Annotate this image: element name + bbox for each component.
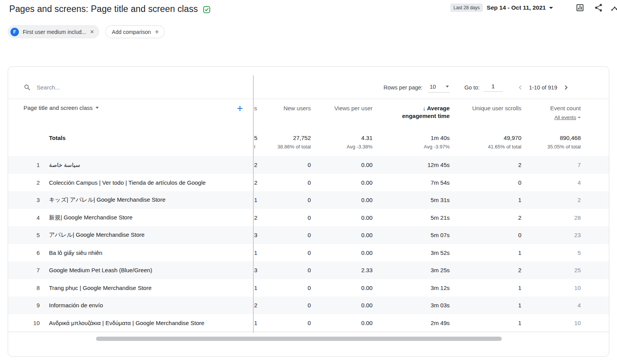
rows-per-page-select[interactable]: 10 bbox=[428, 83, 450, 93]
totals-users-partial: 5 l bbox=[253, 135, 261, 150]
scrolls-cell: 1 bbox=[450, 320, 521, 326]
engagement-time-cell: 3m 03s bbox=[373, 302, 450, 308]
totals-new-users: 27,752 38.86% of total bbox=[261, 135, 311, 150]
event-count-cell: 2 bbox=[521, 197, 581, 203]
event-count-cell: 28 bbox=[521, 214, 581, 221]
column-header-avg-engagement-time[interactable]: ↓ Average engagement time bbox=[373, 104, 450, 120]
event-count-cell: 7 bbox=[521, 162, 581, 168]
add-column-button[interactable]: + bbox=[237, 104, 243, 112]
views-per-user-cell: 0.00 bbox=[311, 214, 373, 221]
table-row: 2 Colección Campus | Ver todo | Tienda d… bbox=[8, 174, 609, 192]
event-filter-dropdown[interactable]: All events bbox=[521, 114, 581, 121]
search-input[interactable] bbox=[37, 84, 183, 91]
pagination-controls: Rows per page: 10 Go to: 1-10 of 919 bbox=[384, 83, 570, 93]
chevron-down-icon bbox=[96, 107, 99, 109]
engagement-time-cell: 3m 25s bbox=[373, 267, 450, 273]
event-count-cell: 4 bbox=[521, 302, 581, 308]
users-value-partial: 2 bbox=[253, 214, 261, 221]
ga4-pages-screens-report: Pages and screens: Page title and screen… bbox=[0, 0, 617, 364]
new-users-cell: 0 bbox=[261, 285, 311, 291]
views-per-user-cell: 0.00 bbox=[311, 285, 373, 291]
comparison-avatar: F bbox=[10, 28, 19, 36]
event-count-cell: 4 bbox=[521, 179, 581, 186]
totals-row: Totals 5 l 27,752 38.86% of total 4.31 A… bbox=[8, 128, 609, 156]
chevron-down-icon bbox=[446, 86, 449, 88]
column-header-users-partial: s bbox=[253, 104, 261, 112]
comparison-chip[interactable]: F First user medium includ... ✕ bbox=[8, 25, 99, 38]
date-range-selector[interactable]: Sep 14 - Oct 11, 2021 bbox=[487, 4, 546, 11]
views-per-user-cell: 2.33 bbox=[311, 267, 373, 273]
scrolls-cell: 2 bbox=[450, 162, 521, 168]
engagement-time-cell: 3m 12s bbox=[373, 285, 450, 291]
views-per-user-cell: 0.00 bbox=[311, 302, 373, 308]
users-value-partial: 1 bbox=[253, 197, 261, 203]
goto-label: Go to: bbox=[464, 84, 480, 91]
close-icon[interactable]: ✕ bbox=[90, 29, 94, 35]
new-users-cell: 0 bbox=[261, 214, 311, 221]
chart-icon[interactable] bbox=[575, 3, 585, 12]
engagement-time-cell: 2m 49s bbox=[373, 320, 450, 326]
page-title-cell: キッズ| アパレル| Google Merchandise Store bbox=[49, 196, 165, 204]
scrolls-cell: 2 bbox=[450, 267, 521, 273]
chevron-down-icon bbox=[578, 117, 581, 118]
row-number: 5 bbox=[24, 232, 40, 238]
column-header-unique-user-scrolls[interactable]: Unique user scrolls bbox=[450, 104, 521, 112]
engagement-time-cell: 5m 31s bbox=[373, 197, 450, 203]
goto-page-input[interactable] bbox=[484, 83, 503, 92]
table-row: 9 Información de envío 2 0 0.00 3m 03s 1… bbox=[8, 297, 609, 314]
row-number: 9 bbox=[24, 302, 40, 308]
row-number: 7 bbox=[24, 267, 40, 273]
event-count-cell: 10 bbox=[521, 285, 581, 291]
add-comparison-label: Add comparison bbox=[112, 29, 151, 35]
totals-label: Totals bbox=[49, 135, 66, 141]
table-row: 3 キッズ| アパレル| Google Merchandise Store 1 … bbox=[8, 191, 609, 209]
column-header-event-count[interactable]: Event count All events bbox=[521, 104, 581, 121]
add-comparison-chip[interactable]: Add comparison + bbox=[105, 25, 165, 38]
scrolls-cell: 2 bbox=[450, 214, 521, 221]
page-title-cell: 新規| Google Merchandise Store bbox=[49, 214, 133, 221]
users-value-partial: 3 bbox=[253, 232, 261, 238]
users-value-partial: 1 bbox=[253, 249, 261, 256]
table-row: 7 Google Medium Pet Leash (Blue/Green) 3… bbox=[8, 261, 609, 279]
comparison-chip-label: First user medium includ... bbox=[23, 29, 86, 35]
frozen-column-divider bbox=[253, 75, 254, 333]
insights-icon[interactable] bbox=[611, 3, 617, 12]
rows-per-page-label: Rows per page: bbox=[384, 84, 423, 91]
users-value-partial: 2 bbox=[253, 302, 261, 308]
event-count-cell: 10 bbox=[521, 320, 581, 326]
share-icon[interactable] bbox=[594, 3, 603, 12]
event-count-cell: 5 bbox=[521, 249, 581, 256]
column-header-new-users[interactable]: New users bbox=[261, 104, 311, 112]
page-header: Pages and screens: Page title and screen… bbox=[9, 4, 211, 14]
page-title-cell: アパレル| Google Merchandise Store bbox=[49, 231, 145, 239]
row-number: 10 bbox=[24, 320, 40, 326]
date-preset-badge: Last 28 days bbox=[450, 3, 483, 12]
new-users-cell: 0 bbox=[261, 249, 311, 256]
row-number: 4 bbox=[24, 214, 40, 221]
prev-page-button[interactable] bbox=[516, 83, 524, 92]
header-toolbar: Last 28 days Sep 14 - Oct 11, 2021 bbox=[450, 3, 617, 12]
page-title-cell: Ba lô giấy siêu nhiên bbox=[49, 249, 102, 256]
page-title-cell: Colección Campus | Ver todo | Tienda de … bbox=[49, 179, 206, 186]
event-count-cell: 25 bbox=[521, 267, 581, 273]
row-number: 8 bbox=[24, 285, 40, 291]
next-page-button[interactable] bbox=[562, 83, 570, 92]
page-title-cell: Trang phục | Google Merchandise Store bbox=[49, 285, 152, 291]
users-value-partial: 1 bbox=[253, 285, 261, 291]
new-users-cell: 0 bbox=[261, 320, 311, 326]
row-number: 1 bbox=[24, 162, 40, 168]
new-users-cell: 0 bbox=[261, 162, 311, 168]
views-per-user-cell: 0.00 bbox=[311, 232, 373, 238]
scrolls-cell: 1 bbox=[450, 249, 521, 256]
views-per-user-cell: 0.00 bbox=[311, 320, 373, 326]
views-per-user-cell: 0.00 bbox=[311, 179, 373, 186]
column-header-views-per-user[interactable]: Views per user bbox=[311, 104, 373, 112]
dimension-header-dropdown[interactable]: Page title and screen class bbox=[24, 104, 99, 111]
data-quality-check-icon[interactable] bbox=[202, 5, 211, 14]
comparison-bar: F First user medium includ... ✕ Add comp… bbox=[8, 25, 165, 38]
table-row: 10 Ανδρικά μπλουζάκια | Ενδύματα | Googl… bbox=[8, 314, 609, 332]
users-value-partial: 1 bbox=[253, 320, 261, 326]
new-users-cell: 0 bbox=[261, 267, 311, 273]
table-row: 5 アパレル| Google Merchandise Store 3 0 0.0… bbox=[8, 226, 609, 244]
horizontal-scrollbar[interactable] bbox=[96, 337, 502, 341]
